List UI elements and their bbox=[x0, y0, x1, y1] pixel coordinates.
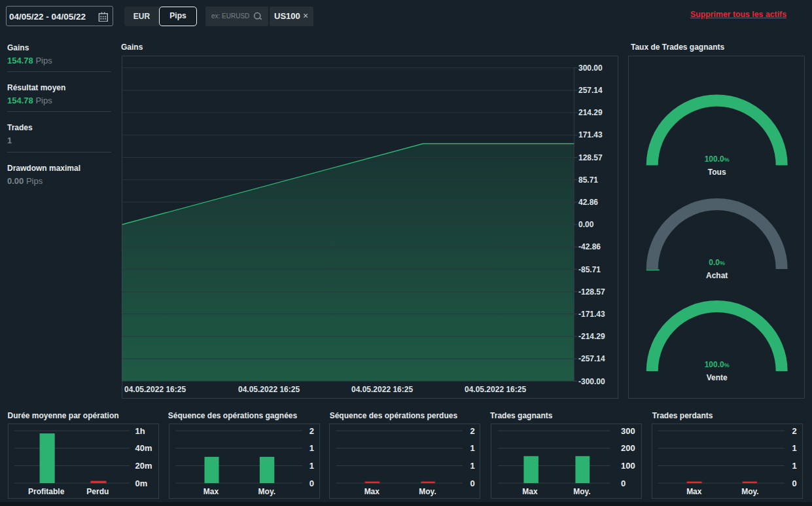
svg-text:Moy.: Moy. bbox=[419, 487, 436, 496]
svg-text:0m: 0m bbox=[135, 479, 147, 488]
svg-text:Max: Max bbox=[364, 487, 380, 496]
svg-text:42.86: 42.86 bbox=[578, 198, 598, 207]
svg-text:1: 1 bbox=[309, 461, 314, 471]
svg-text:0.00: 0.00 bbox=[578, 220, 594, 229]
svg-text:Max: Max bbox=[203, 487, 219, 496]
svg-text:-214.29: -214.29 bbox=[578, 332, 605, 341]
svg-text:300: 300 bbox=[621, 426, 635, 436]
svg-text:Tous: Tous bbox=[708, 168, 726, 177]
svg-text:04.05.2022 16:25: 04.05.2022 16:25 bbox=[465, 385, 526, 394]
svg-text:200: 200 bbox=[621, 443, 635, 453]
svg-text:Vente: Vente bbox=[707, 373, 728, 382]
svg-text:Achat: Achat bbox=[706, 271, 728, 280]
svg-text:128.57: 128.57 bbox=[578, 153, 603, 162]
svg-text:-300.00: -300.00 bbox=[578, 377, 605, 386]
svg-text:0: 0 bbox=[621, 479, 626, 488]
svg-text:Max: Max bbox=[686, 487, 702, 496]
svg-text:2: 2 bbox=[309, 426, 314, 436]
svg-text:85.71: 85.71 bbox=[578, 175, 598, 185]
svg-text:-128.57: -128.57 bbox=[578, 287, 605, 297]
svg-text:1: 1 bbox=[792, 461, 796, 471]
svg-text:04.05.2022 16:25: 04.05.2022 16:25 bbox=[124, 385, 186, 394]
svg-text:1: 1 bbox=[792, 443, 796, 453]
svg-text:100.0%: 100.0% bbox=[705, 154, 730, 164]
svg-text:1h: 1h bbox=[135, 426, 145, 436]
svg-text:-42.86: -42.86 bbox=[578, 242, 601, 251]
svg-text:Perdu: Perdu bbox=[86, 487, 109, 496]
svg-text:Moy.: Moy. bbox=[258, 487, 275, 496]
svg-text:20m: 20m bbox=[135, 461, 152, 471]
svg-text:Moy.: Moy. bbox=[573, 487, 590, 496]
svg-text:-257.14: -257.14 bbox=[578, 354, 605, 363]
svg-text:171.43: 171.43 bbox=[578, 130, 603, 139]
svg-text:214.29: 214.29 bbox=[578, 108, 603, 117]
svg-text:0: 0 bbox=[309, 479, 314, 488]
svg-text:0.0%: 0.0% bbox=[709, 258, 725, 267]
svg-text:40m: 40m bbox=[135, 443, 152, 453]
svg-text:1: 1 bbox=[470, 443, 475, 453]
svg-text:0: 0 bbox=[792, 479, 796, 488]
svg-text:Max: Max bbox=[522, 487, 538, 496]
svg-text:-85.71: -85.71 bbox=[578, 265, 601, 274]
svg-text:300.00: 300.00 bbox=[578, 63, 603, 73]
svg-text:-171.43: -171.43 bbox=[578, 310, 605, 319]
svg-text:257.14: 257.14 bbox=[578, 86, 603, 95]
svg-text:1: 1 bbox=[309, 443, 314, 453]
svg-text:04.05.2022 16:25: 04.05.2022 16:25 bbox=[351, 385, 413, 394]
svg-text:100.0%: 100.0% bbox=[705, 360, 730, 369]
svg-text:1: 1 bbox=[470, 461, 475, 471]
svg-text:2: 2 bbox=[792, 426, 796, 436]
svg-text:0: 0 bbox=[470, 479, 475, 488]
svg-text:Moy.: Moy. bbox=[741, 487, 758, 496]
svg-text:100: 100 bbox=[621, 461, 635, 471]
svg-text:2: 2 bbox=[470, 426, 475, 436]
svg-text:Profitable: Profitable bbox=[28, 487, 65, 496]
svg-text:04.05.2022 16:25: 04.05.2022 16:25 bbox=[238, 385, 300, 394]
